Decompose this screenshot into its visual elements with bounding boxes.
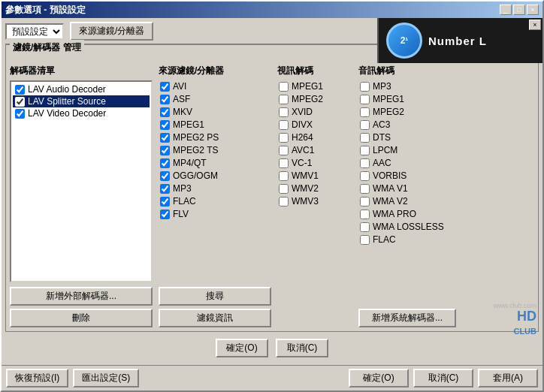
audio-list-item[interactable]: MP3 <box>358 80 456 92</box>
add-decoder-button[interactable]: 新增外部解碼器... <box>10 287 153 306</box>
audio-item-label: MPEG2 <box>373 107 404 117</box>
decoder-list-item[interactable]: LAV Video Decoder <box>13 107 150 119</box>
source-list-item[interactable]: AVI <box>159 80 271 92</box>
decoder-list-item[interactable]: LAV Audio Decoder <box>13 83 150 95</box>
preset-dropdown[interactable]: 預設設定 <box>5 23 64 40</box>
audio-list-item[interactable]: MPEG2 <box>358 106 456 118</box>
source-list-item[interactable]: MPEG2 TS <box>159 144 271 156</box>
audio-list-item[interactable]: DTS <box>358 131 456 143</box>
video-list-item[interactable]: DIVX <box>277 119 352 131</box>
search-button[interactable]: 搜尋 <box>159 287 271 306</box>
source-item-label: MP4/QT <box>173 158 207 168</box>
source-list-item[interactable]: MP4/QT <box>159 157 271 169</box>
window-title: 參數選項 - 預設設定 <box>5 4 86 17</box>
source-item-label: MPEG2 PS <box>173 132 219 143</box>
source-list-item[interactable]: FLAC <box>159 195 271 207</box>
video-list-item[interactable]: WMV1 <box>277 170 352 182</box>
bottom-cancel-button[interactable]: 取消(C) <box>413 369 473 387</box>
audio-item-label: MPEG1 <box>373 94 404 104</box>
decoder-label: 解碼器清單 <box>10 65 153 77</box>
audio-item-label: LPCM <box>373 145 397 155</box>
source-item-label: ASF <box>173 94 190 104</box>
source-list-item[interactable]: ASF <box>159 93 271 105</box>
audio-buttons: 新增系統解碼器... <box>358 309 456 327</box>
audio-item-label: WMA LOSSLESS <box>373 222 444 232</box>
decoder-item-label: LAV Splitter Source <box>28 96 106 107</box>
audio-list: MP3MPEG1MPEG2AC3DTSLPCMAACVORBISWMA V1WM… <box>358 80 456 304</box>
add-system-decoder-button[interactable]: 新增系統解碼器... <box>358 309 456 327</box>
audio-list-item[interactable]: WMA V1 <box>358 182 456 194</box>
columns-area: 解碼器清單 LAV Audio DecoderLAV Splitter Sour… <box>10 65 534 327</box>
video-list: MPEG1MPEG2XVIDDIVXH264AVC1VC-1WMV1WMV2WM… <box>277 80 352 327</box>
watermark-logo: HDCLUB <box>493 309 536 336</box>
video-list-item[interactable]: H264 <box>277 131 352 143</box>
remove-decoder-button[interactable]: 刪除 <box>10 309 153 327</box>
video-list-item[interactable]: XVID <box>277 106 352 118</box>
audio-item-label: WMA PRO <box>373 209 416 219</box>
bottom-ok-button[interactable]: 確定(O) <box>349 369 409 387</box>
video-list-item[interactable]: WMV3 <box>277 195 352 207</box>
audio-list-item[interactable]: AC3 <box>358 119 456 131</box>
source-label: 來源濾鏡/分離器 <box>159 65 271 77</box>
decoder-list[interactable]: LAV Audio DecoderLAV Splitter SourceLAV … <box>10 80 153 282</box>
export-settings-button[interactable]: 匯出設定(S) <box>73 369 139 387</box>
audio-list-item[interactable]: AAC <box>358 157 456 169</box>
audio-list-item[interactable]: WMA PRO <box>358 208 456 220</box>
source-list-item[interactable]: OGG/OGM <box>159 170 271 182</box>
video-list-item[interactable]: MPEG2 <box>277 93 352 105</box>
preset-wrapper: 預設設定 <box>5 23 64 40</box>
audio-list-item[interactable]: VORBIS <box>358 170 456 182</box>
source-item-label: MKV <box>173 107 192 117</box>
dialog-cancel-button[interactable]: 取消(C) <box>276 339 328 357</box>
video-item-label: XVID <box>292 107 313 117</box>
source-list-item[interactable]: MPEG2 PS <box>159 131 271 143</box>
video-item-label: AVC1 <box>292 145 314 155</box>
filter-info-button[interactable]: 濾鏡資訊 <box>159 309 271 327</box>
source-item-label: MPEG1 <box>173 119 204 130</box>
video-item-label: WMV1 <box>292 170 319 181</box>
main-window: 參數選項 - 預設設定 _ □ × 預設設定 來源濾鏡/分離器 2¹ Numbe… <box>0 0 544 392</box>
logo-icon: 2¹ <box>386 23 422 59</box>
audio-item-label: DTS <box>373 132 391 143</box>
restore-defaults-button[interactable]: 恢復預設(I) <box>6 369 68 387</box>
source-list-item[interactable]: MPEG1 <box>159 119 271 131</box>
audio-list-item[interactable]: MPEG1 <box>358 93 456 105</box>
audio-label: 音訊解碼 <box>358 65 456 77</box>
minimize-button[interactable]: _ <box>500 5 512 15</box>
decoder-panel: 解碼器清單 LAV Audio DecoderLAV Splitter Sour… <box>10 65 153 327</box>
maximize-button[interactable]: □ <box>513 5 525 15</box>
decoder-buttons: 新增外部解碼器... 刪除 <box>10 287 153 327</box>
source-item-label: FLV <box>173 209 189 219</box>
audio-list-item[interactable]: WMA V2 <box>358 195 456 207</box>
source-list-item[interactable]: MP3 <box>159 182 271 194</box>
audio-list-item[interactable]: FLAC <box>358 234 456 246</box>
decoder-list-item[interactable]: LAV Splitter Source <box>13 95 150 107</box>
bottom-right-buttons: 確定(O) 取消(C) 套用(A) <box>349 369 538 387</box>
filter-group: 濾鏡/解碼器 管理 解碼器清單 LAV Audio DecoderLAV Spl… <box>5 44 539 332</box>
video-label: 視訊解碼 <box>277 65 352 77</box>
video-list-item[interactable]: MPEG1 <box>277 80 352 92</box>
video-item-label: DIVX <box>292 119 313 130</box>
overlay-close-button[interactable]: × <box>529 20 541 30</box>
audio-list-item[interactable]: WMA LOSSLESS <box>358 221 456 233</box>
source-item-label: MPEG2 TS <box>173 145 218 155</box>
audio-item-label: VORBIS <box>373 170 406 181</box>
number-l-overlay: 2¹ Number L × <box>377 18 542 63</box>
audio-item-label: MP3 <box>373 81 391 92</box>
source-list-item[interactable]: FLV <box>159 208 271 220</box>
title-bar: 參數選項 - 預設設定 _ □ × <box>2 2 542 18</box>
video-list-item[interactable]: AVC1 <box>277 144 352 156</box>
audio-item-label: AAC <box>373 158 391 168</box>
dialog-ok-cancel: 確定(O) 取消(C) <box>5 335 539 361</box>
source-tab-button[interactable]: 來源濾鏡/分離器 <box>70 22 153 41</box>
close-button[interactable]: × <box>527 5 539 15</box>
video-list-item[interactable]: WMV2 <box>277 182 352 194</box>
dialog-ok-button[interactable]: 確定(O) <box>216 339 268 357</box>
source-list-item[interactable]: MKV <box>159 106 271 118</box>
video-item-label: H264 <box>292 132 313 143</box>
video-list-item[interactable]: VC-1 <box>277 157 352 169</box>
bottom-left-buttons: 恢復預設(I) 匯出設定(S) <box>6 369 139 387</box>
bottom-apply-button[interactable]: 套用(A) <box>478 369 538 387</box>
audio-list-item[interactable]: LPCM <box>358 144 456 156</box>
source-item-label: FLAC <box>173 196 196 207</box>
